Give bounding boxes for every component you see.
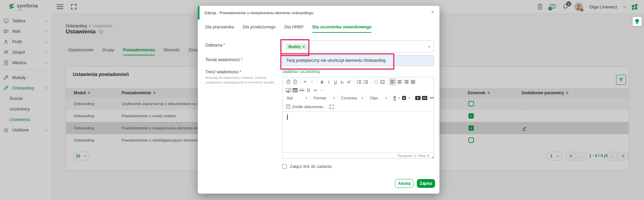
media-embed-icon bbox=[415, 96, 421, 100]
recipient-chip[interactable]: Buddy × bbox=[286, 44, 308, 50]
align-center-button[interactable] bbox=[396, 79, 403, 85]
numbered-list-button[interactable] bbox=[356, 79, 362, 85]
resize-handle[interactable] bbox=[431, 156, 433, 158]
tab-dla-pracownika[interactable]: Dla pracownika bbox=[205, 25, 234, 33]
justify-button[interactable] bbox=[410, 79, 416, 85]
paste-button[interactable] bbox=[285, 79, 292, 85]
chevron-down-icon: ▾ bbox=[362, 96, 363, 100]
toolbar-separator bbox=[317, 79, 317, 84]
undo-button[interactable]: ↶ bbox=[302, 79, 308, 85]
editor-content-area[interactable] bbox=[283, 111, 434, 153]
required-asterisk: * bbox=[223, 43, 225, 48]
format-dropdown[interactable]: Format▾ bbox=[312, 95, 336, 101]
word-count: Paragrafy: 0, Słów: 0 bbox=[398, 154, 429, 158]
chip-remove-icon[interactable]: × bbox=[303, 45, 305, 49]
tab-dla-przelozonego[interactable]: Dla przełożonego bbox=[243, 25, 275, 33]
redo-button[interactable]: ↷ bbox=[309, 79, 315, 85]
underline-button[interactable]: U bbox=[332, 79, 339, 85]
modal-title: Edycja - Powiadomienie o niewykonaniu el… bbox=[205, 11, 313, 15]
modal-accent-bar bbox=[198, 6, 200, 20]
subscript-button[interactable]: x₂ bbox=[339, 79, 345, 85]
iframe-button[interactable] bbox=[421, 95, 428, 101]
text-color-button[interactable]: A▾ bbox=[392, 95, 401, 101]
body-label: Treść wiadomości* bbox=[205, 70, 241, 74]
bold-button[interactable]: B bbox=[319, 79, 325, 85]
div-container-button[interactable]: DIV bbox=[428, 95, 436, 101]
app-window: symfonia HR ✓ 9 bbox=[0, 0, 644, 200]
align-right-button[interactable] bbox=[403, 79, 409, 85]
toolbar-separator bbox=[354, 79, 354, 84]
help-bulb-button[interactable] bbox=[633, 17, 642, 26]
media-embed-button[interactable] bbox=[415, 95, 421, 101]
editor-toolbar-row-1: ↶↷BIUx₂x² bbox=[285, 79, 416, 85]
indent-button[interactable] bbox=[379, 79, 386, 85]
required-asterisk: * bbox=[241, 57, 243, 62]
source-doc-icon bbox=[286, 104, 290, 109]
unlink-button[interactable]: ∞ bbox=[319, 87, 325, 93]
checkbox-label: Załącz link do zadania bbox=[290, 164, 332, 169]
subject-label: Temat wiadomości* bbox=[205, 57, 243, 62]
horizontal-rule-button[interactable] bbox=[299, 87, 305, 93]
editor-toolbar-row-3: Styl▾ Format▾ Czcionka▾ 16px▾ A▾ A▾ DIV bbox=[285, 95, 436, 101]
table-button[interactable] bbox=[292, 87, 298, 93]
paste-from-word-button[interactable] bbox=[292, 79, 298, 85]
tab-dla-uczestnika-slownikowego[interactable]: Dla uczestnika słownikowego bbox=[312, 25, 372, 33]
editor-toolbar-row-2: Ω∞∞ bbox=[285, 87, 325, 93]
modal-tabs: Dla pracownika Dla przełożonego Dla HRBP… bbox=[205, 25, 371, 33]
italic-button[interactable]: I bbox=[326, 79, 332, 85]
subject-input[interactable]: Twój podopieczny nie ukończył elementu O… bbox=[282, 55, 434, 66]
image-button[interactable] bbox=[285, 87, 292, 93]
tab-dla-hrbp[interactable]: Dla HRBP bbox=[284, 25, 304, 33]
link-button[interactable]: ∞ bbox=[312, 87, 318, 93]
checkbox-box[interactable] bbox=[282, 164, 287, 169]
maximize-icon bbox=[330, 105, 334, 109]
background-color-button[interactable]: A▾ bbox=[401, 95, 411, 101]
align-left-button[interactable] bbox=[390, 79, 396, 85]
close-icon[interactable]: × bbox=[431, 10, 434, 15]
bulleted-list-button[interactable] bbox=[363, 79, 369, 85]
edit-notification-modal: Edycja - Powiadomienie o niewykonaniu el… bbox=[198, 6, 439, 194]
chevron-down-icon: ▾ bbox=[333, 96, 335, 100]
superscript-button[interactable]: x² bbox=[346, 79, 352, 85]
toolbar-separator bbox=[371, 79, 371, 84]
variables-link[interactable]: zadania i uczestnicy bbox=[282, 69, 320, 74]
chevron-down-icon: ▾ bbox=[386, 96, 387, 100]
toolbar-separator bbox=[388, 79, 388, 84]
recipient-select[interactable]: Buddy × ▾ bbox=[282, 41, 434, 52]
style-dropdown[interactable]: Styl▾ bbox=[285, 95, 309, 101]
cancel-button[interactable]: Anuluj bbox=[395, 179, 413, 188]
chevron-down-icon: ▾ bbox=[306, 96, 307, 100]
outdent-button[interactable] bbox=[373, 79, 379, 85]
rich-text-editor: ↶↷BIUx₂x² Ω∞∞ Styl▾ Format▾ Czcionka▾ 16… bbox=[282, 77, 434, 159]
save-button[interactable]: Zapisz bbox=[417, 179, 435, 188]
special-character-button[interactable]: Ω bbox=[305, 87, 312, 93]
font-size-dropdown[interactable]: 16px▾ bbox=[368, 95, 389, 101]
document-source-button[interactable]: Źródło dokumentu bbox=[285, 104, 325, 109]
attach-link-checkbox[interactable]: Załącz link do zadania bbox=[282, 164, 332, 169]
body-hint: Wstawiaj do wiadomości zmienne, zostaną … bbox=[205, 75, 278, 85]
subject-value: Twój podopieczny nie ukończył elementu O… bbox=[286, 58, 386, 63]
editor-toolbar-row-4: Źródło dokumentu bbox=[285, 103, 335, 110]
recipient-label: Odbiorca* bbox=[205, 43, 225, 48]
editor-status-bar: Paragrafy: 0, Słów: 0 bbox=[283, 153, 434, 158]
required-asterisk: * bbox=[240, 70, 242, 74]
lightbulb-icon bbox=[635, 19, 639, 23]
iframe-icon bbox=[422, 96, 427, 100]
maximize-editor-button[interactable] bbox=[329, 103, 335, 110]
select-caret-icon: ▾ bbox=[428, 45, 430, 48]
font-dropdown[interactable]: Czcionka▾ bbox=[340, 95, 365, 101]
toolbar-separator bbox=[300, 79, 300, 84]
